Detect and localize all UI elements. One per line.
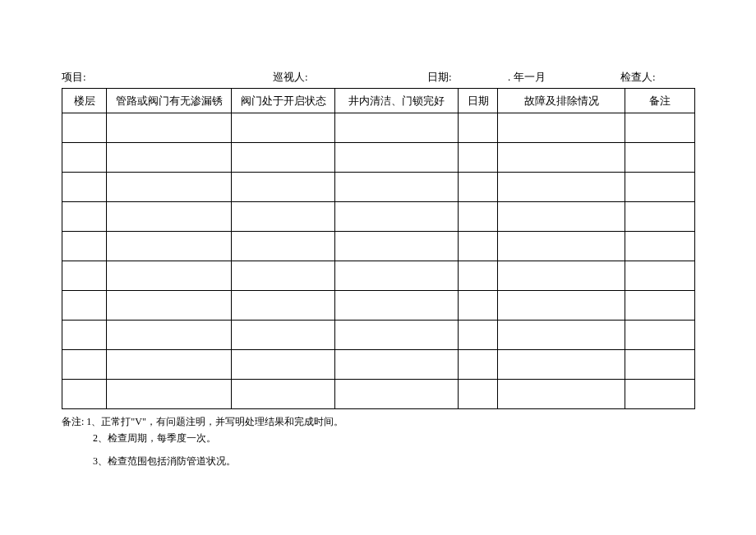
col-header-date: 日期 (459, 89, 498, 113)
table-body (62, 113, 695, 409)
inspection-table: 楼层 管路或阀门有无渗漏锈 阀门处于开启状态 井内清洁、门锁完好 日期 故障及排… (62, 88, 695, 409)
header-row: 项目: 巡视人: 日期: . 年一月 检查人: (62, 70, 694, 85)
col-header-fault: 故障及排除情况 (498, 89, 625, 113)
table-cell (62, 261, 107, 291)
table-cell (459, 261, 498, 291)
table-cell (62, 232, 107, 261)
table-row (62, 350, 695, 380)
table-cell (498, 173, 625, 202)
note-item-1: 1、正常打"V"，有问题注明，并写明处理结果和完成时间。 (86, 416, 343, 427)
table-cell (625, 350, 695, 380)
table-cell (107, 261, 232, 291)
table-cell (459, 173, 498, 202)
note-line-1: 备注: 1、正常打"V"，有问题注明，并写明处理结果和完成时间。 (62, 414, 694, 429)
table-cell (232, 291, 335, 321)
inspector-label: 巡视人: (273, 70, 427, 85)
note-line-2: 2、检查周期，每季度一次。 (62, 431, 694, 445)
table-cell (625, 202, 695, 232)
table-cell (625, 143, 695, 173)
table-row (62, 321, 695, 350)
table-cell (62, 321, 107, 350)
table-cell (335, 261, 459, 291)
table-cell (498, 143, 625, 173)
table-cell (625, 380, 695, 409)
table-cell (335, 113, 459, 143)
table-cell (625, 291, 695, 321)
table-cell (498, 113, 625, 143)
table-cell (335, 232, 459, 261)
table-cell (625, 173, 695, 202)
table-cell (459, 350, 498, 380)
checker-label: 检查人: (620, 70, 694, 85)
table-cell (107, 113, 232, 143)
table-cell (107, 143, 232, 173)
note-item-2: 2、检查周期，每季度一次。 (93, 432, 216, 444)
table-cell (62, 350, 107, 380)
table-cell (459, 143, 498, 173)
table-cell (459, 380, 498, 409)
note-line-3: 3、检查范围包括消防管道状况。 (62, 454, 694, 468)
table-cell (459, 202, 498, 232)
table-cell (498, 380, 625, 409)
table-cell (107, 202, 232, 232)
table-row (62, 291, 695, 321)
col-header-clean-lock: 井内清洁、门锁完好 (335, 89, 459, 113)
table-cell (625, 321, 695, 350)
table-cell (335, 202, 459, 232)
table-cell (107, 321, 232, 350)
table-cell (498, 321, 625, 350)
col-header-floor: 楼层 (62, 89, 107, 113)
table-cell (107, 232, 232, 261)
table-row (62, 113, 695, 143)
table-cell (232, 173, 335, 202)
table-cell (498, 350, 625, 380)
table-cell (459, 232, 498, 261)
table-cell (498, 291, 625, 321)
date-label: 日期: (427, 70, 508, 85)
table-cell (459, 321, 498, 350)
table-cell (335, 143, 459, 173)
col-header-pipe-leak: 管路或阀门有无渗漏锈 (107, 89, 232, 113)
table-cell (62, 380, 107, 409)
table-cell (459, 291, 498, 321)
table-cell (62, 173, 107, 202)
table-cell (232, 321, 335, 350)
table-cell (625, 113, 695, 143)
table-cell (107, 291, 232, 321)
table-cell (107, 350, 232, 380)
notes-section: 备注: 1、正常打"V"，有问题注明，并写明处理结果和完成时间。 2、检查周期，… (62, 414, 694, 468)
date-value: . 年一月 (508, 70, 620, 85)
table-cell (498, 202, 625, 232)
table-row (62, 202, 695, 232)
note-item-3: 3、检查范围包括消防管道状况。 (93, 455, 236, 467)
col-header-remark: 备注 (625, 89, 695, 113)
table-cell (62, 202, 107, 232)
table-cell (625, 232, 695, 261)
table-cell (107, 380, 232, 409)
table-cell (62, 113, 107, 143)
col-header-valve-open: 阀门处于开启状态 (232, 89, 335, 113)
table-cell (232, 261, 335, 291)
table-row (62, 173, 695, 202)
table-row (62, 232, 695, 261)
table-cell (232, 232, 335, 261)
table-cell (625, 261, 695, 291)
table-cell (498, 261, 625, 291)
table-cell (232, 113, 335, 143)
table-cell (62, 143, 107, 173)
table-cell (459, 113, 498, 143)
table-cell (107, 173, 232, 202)
table-row (62, 261, 695, 291)
table-cell (62, 291, 107, 321)
table-cell (232, 202, 335, 232)
table-cell (335, 380, 459, 409)
table-row (62, 380, 695, 409)
table-header-row: 楼层 管路或阀门有无渗漏锈 阀门处于开启状态 井内清洁、门锁完好 日期 故障及排… (62, 89, 695, 113)
table-cell (335, 291, 459, 321)
table-cell (232, 143, 335, 173)
table-cell (335, 321, 459, 350)
table-cell (232, 380, 335, 409)
table-cell (232, 350, 335, 380)
table-row (62, 143, 695, 173)
project-label: 项目: (62, 70, 273, 85)
